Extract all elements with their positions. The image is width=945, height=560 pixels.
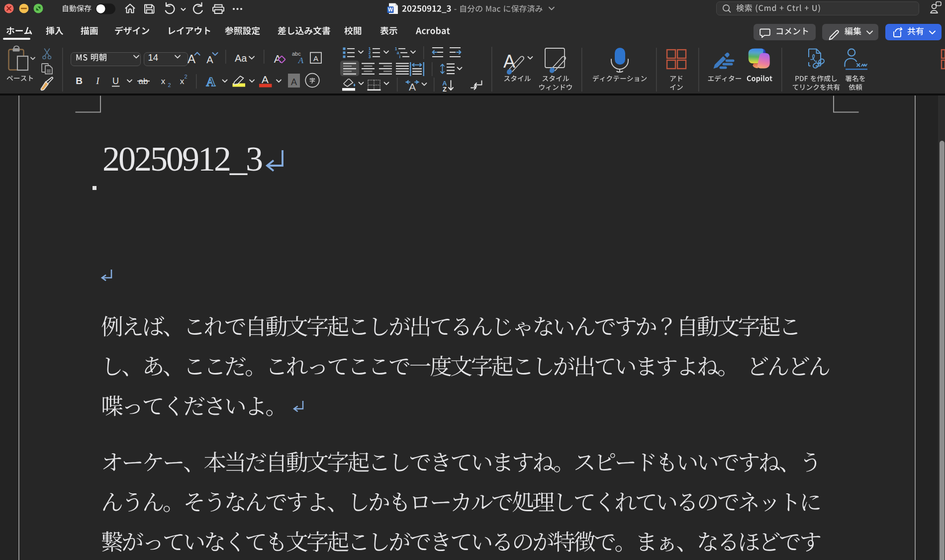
svg-text:A: A — [291, 77, 297, 87]
svg-text:A: A — [206, 54, 213, 65]
svg-text:W: W — [388, 6, 393, 12]
svg-text:2: 2 — [185, 74, 188, 80]
svg-text:A: A — [409, 81, 416, 93]
svg-text:20250912_3: 20250912_3 — [102, 140, 262, 178]
svg-text:A: A — [262, 74, 269, 85]
svg-text:Aa: Aa — [235, 53, 247, 64]
svg-text:A: A — [206, 75, 216, 89]
svg-text:I: I — [95, 76, 100, 86]
svg-text:14: 14 — [148, 52, 159, 63]
svg-text:i: i — [399, 54, 400, 59]
svg-text:A: A — [188, 52, 195, 66]
svg-text:Z: Z — [443, 86, 447, 93]
svg-text:U: U — [112, 76, 119, 86]
svg-text:x: x — [180, 77, 185, 86]
svg-text:A: A — [298, 56, 304, 65]
svg-text:B: B — [76, 76, 83, 86]
svg-text:A: A — [313, 54, 318, 63]
svg-text:2: 2 — [168, 82, 171, 88]
svg-text:x: x — [161, 77, 166, 86]
svg-text:3: 3 — [369, 54, 371, 59]
